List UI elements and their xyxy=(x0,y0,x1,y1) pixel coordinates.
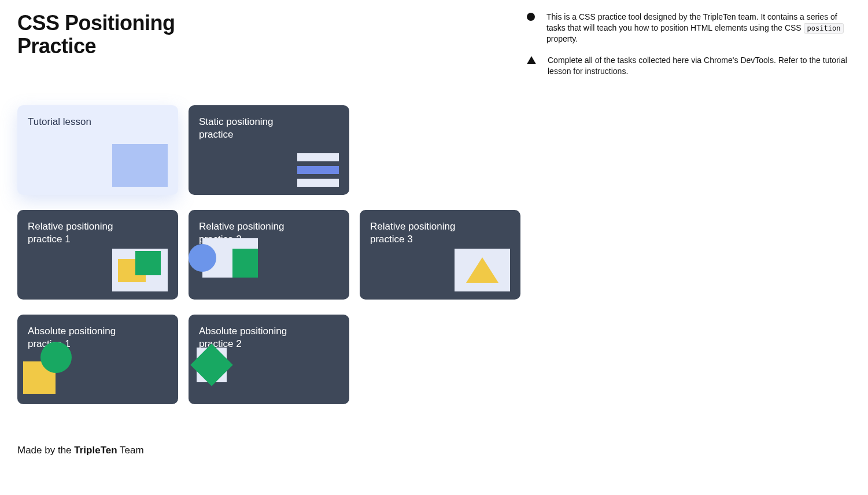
card-absolute-1[interactable]: Absolute positioning practice 1 xyxy=(17,315,178,404)
code-position: position xyxy=(804,23,844,34)
card-art-rel3 xyxy=(455,249,510,291)
note-text: Complete all of the tasks collected here… xyxy=(548,55,851,77)
page-title: CSS Positioning Practice xyxy=(17,12,226,57)
card-absolute-2[interactable]: Absolute positioning practice 2 xyxy=(189,315,349,404)
blue-circle-icon xyxy=(189,244,216,272)
note-item: This is a CSS practice tool designed by … xyxy=(527,12,851,45)
panel-icon xyxy=(112,249,168,291)
footer-prefix: Made by the xyxy=(17,445,74,456)
card-relative-1[interactable]: Relative positioning practice 1 xyxy=(17,210,178,300)
card-art-tutorial xyxy=(112,144,168,187)
card-tutorial-lesson[interactable]: Tutorial lesson xyxy=(17,105,178,195)
note1-prefix: This is a CSS practice tool designed by … xyxy=(546,12,837,32)
card-title: Static positioning practice xyxy=(199,116,303,141)
green-square-icon xyxy=(232,249,258,278)
footer-brand: TripleTen xyxy=(74,445,117,456)
green-square-icon xyxy=(135,251,161,275)
cards-row: Absolute positioning practice 1 Absolute… xyxy=(17,315,851,404)
footer: Made by the TripleTen Team xyxy=(17,445,851,456)
cards-row: Tutorial lesson Static positioning pract… xyxy=(17,105,851,195)
card-title: Relative positioning practice 1 xyxy=(28,220,132,245)
cards-grid: Tutorial lesson Static positioning pract… xyxy=(17,105,851,404)
card-art-abs2 xyxy=(189,342,235,388)
green-circle-icon xyxy=(40,342,72,373)
triangle-bullet-icon xyxy=(527,56,536,64)
bar-icon xyxy=(297,166,339,174)
notes-panel: This is a CSS practice tool designed by … xyxy=(527,12,851,76)
card-title: Relative positioning practice 3 xyxy=(370,220,474,245)
note-item: Complete all of the tasks collected here… xyxy=(527,55,851,77)
card-art-abs1 xyxy=(17,342,75,394)
circle-bullet-icon xyxy=(527,13,535,21)
card-art-static xyxy=(297,153,339,187)
footer-suffix: Team xyxy=(117,445,144,456)
yellow-triangle-icon xyxy=(466,257,498,283)
bar-icon xyxy=(297,153,339,161)
panel-icon xyxy=(455,249,510,291)
card-art-rel1 xyxy=(112,249,168,291)
bar-icon xyxy=(297,179,339,187)
note1-suffix: property. xyxy=(546,34,578,43)
note-text: This is a CSS practice tool designed by … xyxy=(546,12,851,45)
card-relative-2[interactable]: Relative positioning practice 2 xyxy=(189,210,349,300)
card-static-positioning[interactable]: Static positioning practice xyxy=(189,105,349,195)
cards-row: Relative positioning practice 1 Relative… xyxy=(17,210,851,300)
card-art-rel2 xyxy=(189,237,258,283)
blue-box-icon xyxy=(112,144,168,187)
header-row: CSS Positioning Practice This is a CSS p… xyxy=(17,12,851,76)
card-title: Tutorial lesson xyxy=(28,116,132,128)
card-relative-3[interactable]: Relative positioning practice 3 xyxy=(360,210,520,300)
